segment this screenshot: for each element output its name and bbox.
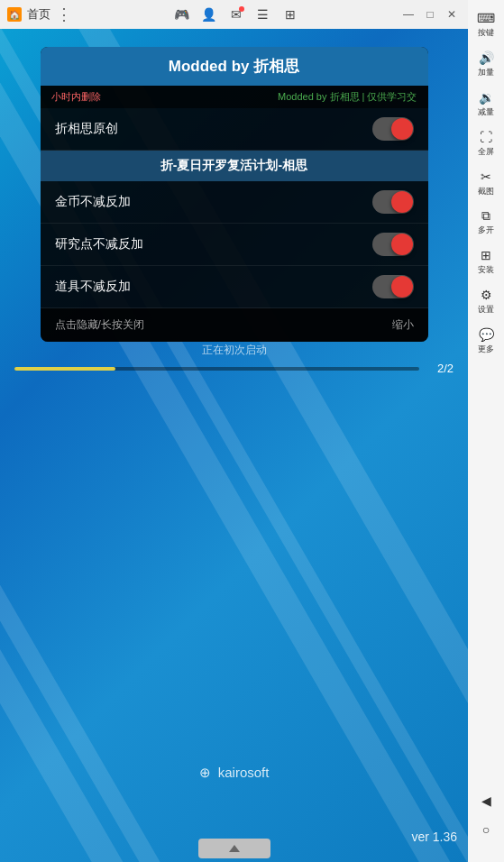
sidebar-back-button[interactable]: ◀ <box>469 786 503 815</box>
settings-icon: ⚙ <box>477 286 495 304</box>
subheader-right: Modded by 折相思 | 仅供学习交 <box>278 90 417 104</box>
title-bar-center: 🎮 👤 ✉ ☰ ⊞ <box>172 5 300 24</box>
minimize-label[interactable]: 缩小 <box>392 317 414 333</box>
status-area: 正在初次启动 2/2 <box>0 335 468 382</box>
mod-row-gold-label: 金币不减反加 <box>55 194 372 210</box>
hide-close-label[interactable]: 点击隐藏/长按关闭 <box>55 317 392 333</box>
mod-subheader: 小时内删除 Modded by 折相思 | 仅供学习交 <box>41 86 428 108</box>
progress-row: 2/2 <box>14 362 454 375</box>
mail-icon[interactable]: ✉ <box>226 5 246 24</box>
sidebar-label-fullscreen: 全屏 <box>478 148 494 157</box>
sidebar-circle-button[interactable]: ○ <box>469 815 503 844</box>
status-text: 正在初次启动 <box>14 343 454 358</box>
menu-dots[interactable]: ⋮ <box>56 5 72 24</box>
mod-row-gold: 金币不减反加 <box>41 181 428 224</box>
brand-area: ⊕ kairosoft <box>0 765 468 781</box>
main-area: Modded by 折相思 小时内删除 Modded by 折相思 | 仅供学习… <box>0 29 468 862</box>
sidebar-label-settings: 设置 <box>478 306 494 315</box>
sidebar-label-install: 安装 <box>478 266 494 275</box>
sidebar-item-screenshot[interactable]: ✂ 截图 <box>469 162 503 202</box>
user-icon[interactable]: 👤 <box>199 5 219 24</box>
mod-row-research: 研究点不减反加 <box>41 224 428 266</box>
mod-row-item-label: 道具不减反加 <box>55 279 372 295</box>
back-arrow-icon: ◀ <box>477 792 495 810</box>
close-button[interactable]: ✕ <box>443 5 461 23</box>
mod-row-item: 道具不减反加 <box>41 266 428 308</box>
screenshot-icon: ✂ <box>477 168 495 186</box>
scroll-handle-arrow <box>229 845 240 852</box>
maximize-button[interactable]: □ <box>421 5 439 23</box>
window-controls: — □ ✕ <box>399 5 461 23</box>
toggle-research[interactable] <box>372 233 414 256</box>
title-bar: 🏠 首页 ⋮ 🎮 👤 ✉ ☰ ⊞ — □ ✕ <box>0 0 468 29</box>
section-header: 折-夏日开罗复活计划-相思 <box>41 151 428 181</box>
progress-bar-bg <box>14 367 419 371</box>
progress-bar-fill <box>14 367 115 371</box>
layout-icon[interactable]: ⊞ <box>280 5 300 24</box>
keyboard-icon: ⌨ <box>477 9 495 27</box>
progress-label: 2/2 <box>426 362 454 375</box>
mail-notif-dot <box>239 6 244 12</box>
mod-header: Modded by 折相思 <box>41 47 428 86</box>
sidebar-item-fullscreen[interactable]: ⛶ 全屏 <box>469 123 503 162</box>
sidebar-label-volume-down: 减量 <box>478 108 494 117</box>
mod-row-original-label: 折相思原创 <box>55 121 372 137</box>
sidebar-label-screenshot: 截图 <box>478 188 494 197</box>
version-text: ver 1.36 <box>411 830 457 844</box>
sidebar-item-volume-up[interactable]: 🔊 加量 <box>469 43 503 83</box>
scroll-handle[interactable] <box>198 839 270 858</box>
sidebar-item-multiopen[interactable]: ⧉ 多开 <box>469 201 503 241</box>
toggle-research-knob <box>391 234 413 255</box>
volume-up-icon: 🔊 <box>477 49 495 67</box>
home-label[interactable]: 首页 <box>27 6 50 23</box>
brand-icon: ⊕ <box>199 765 211 781</box>
subheader-left: 小时内删除 <box>51 90 101 104</box>
sidebar-label-keyboard: 按键 <box>478 29 494 38</box>
toggle-item[interactable] <box>372 275 414 298</box>
gamepad-icon[interactable]: 🎮 <box>172 5 192 24</box>
toggle-gold[interactable] <box>372 190 414 214</box>
toggle-item-knob <box>391 276 413 298</box>
volume-down-icon: 🔉 <box>477 88 495 106</box>
sidebar-item-volume-down[interactable]: 🔉 减量 <box>469 83 503 123</box>
sidebar-item-settings[interactable]: ⚙ 设置 <box>469 280 503 320</box>
title-bar-left: 🏠 首页 ⋮ <box>7 5 72 24</box>
mod-panel: Modded by 折相思 小时内删除 Modded by 折相思 | 仅供学习… <box>41 47 428 342</box>
mod-row-research-label: 研究点不减反加 <box>55 236 372 252</box>
sidebar-label-volume-up: 加量 <box>478 69 494 78</box>
sidebar-label-multiopen: 多开 <box>478 226 494 235</box>
toggle-original-knob <box>391 118 413 140</box>
toggle-original[interactable] <box>372 117 414 141</box>
brand-name: kairosoft <box>218 765 270 780</box>
fullscreen-icon: ⛶ <box>477 128 495 146</box>
circle-icon: ○ <box>477 821 495 839</box>
sidebar-item-more[interactable]: 💬 更多 <box>469 320 503 360</box>
sidebar: ⌨ 按键 🔊 加量 🔉 减量 ⛶ 全屏 ✂ 截图 ⧉ 多开 ⊞ 安装 ⚙ 设置 … <box>468 0 504 862</box>
sidebar-item-keyboard[interactable]: ⌨ 按键 <box>469 4 503 43</box>
more-icon: 💬 <box>477 326 495 344</box>
multiopen-icon: ⧉ <box>477 206 495 225</box>
minimize-button[interactable]: — <box>399 5 417 23</box>
install-icon: ⊞ <box>477 246 495 264</box>
mod-row-original: 折相思原创 <box>41 108 428 151</box>
sidebar-label-more: 更多 <box>478 345 494 354</box>
sidebar-item-install[interactable]: ⊞ 安装 <box>469 241 503 280</box>
mod-bottom: 点击隐藏/长按关闭 缩小 <box>41 308 428 342</box>
home-icon: 🏠 <box>7 7 22 22</box>
menu-icon[interactable]: ☰ <box>253 5 273 24</box>
toggle-gold-knob <box>391 191 413 213</box>
